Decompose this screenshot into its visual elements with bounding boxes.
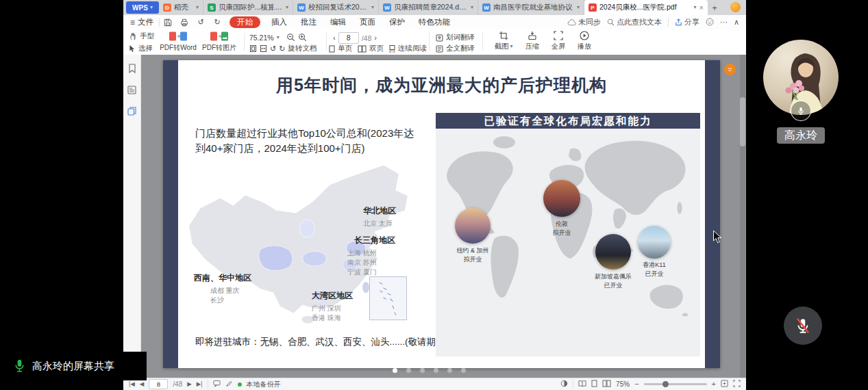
zoom-slider[interactable] [644, 383, 707, 385]
collapse-ribbon-icon[interactable]: ∧ [734, 18, 739, 27]
menu-tab-protect[interactable]: 保护 [382, 15, 412, 29]
fit-width-icon[interactable] [260, 44, 267, 53]
rotate-right-icon[interactable]: ↻ [279, 45, 285, 53]
compress-button[interactable]: 压缩 [521, 31, 544, 51]
zoom-out-icon[interactable] [286, 33, 295, 42]
hamburger-menu-icon[interactable]: ≡ [130, 18, 135, 27]
screen-share-banner: 高永玲的屏幕共享 [0, 352, 147, 380]
next-page-button[interactable]: ▶ [187, 381, 192, 387]
screenshot-button[interactable]: 截图▾ [489, 31, 518, 51]
slide-dot[interactable] [434, 368, 438, 373]
zoom-in-button[interactable]: + [712, 380, 716, 388]
select-tool-button[interactable]: 选择 [129, 44, 154, 53]
double-page-button[interactable]: 双页 [358, 44, 384, 53]
continuous-read-button[interactable]: 连续阅读 [389, 44, 427, 53]
divider [244, 33, 245, 51]
search-icon [607, 18, 615, 26]
slide-dot-indicators [393, 368, 466, 373]
menu-tab-insert[interactable]: 插入 [264, 15, 294, 29]
zoom-out-button[interactable]: − [634, 380, 638, 388]
rotate-doc-label[interactable]: 旋转文档 [288, 44, 317, 53]
photo-hongkong [638, 226, 671, 259]
mute-toggle-button[interactable] [784, 307, 822, 345]
highlight-mode-icon[interactable] [225, 380, 233, 389]
fullscreen-toggle-button[interactable] [733, 380, 741, 389]
tab-word-doc-1[interactable]: W 校招回复话术202304 ▾ [293, 0, 379, 15]
smiley-feedback-icon[interactable] [706, 18, 714, 27]
menu-tab-home[interactable]: 开始 [230, 16, 260, 28]
zoom-value[interactable]: 75.21% [249, 34, 274, 42]
full-translate-button[interactable]: 全文翻译 [436, 44, 475, 53]
account-avatar[interactable] [730, 2, 741, 12]
undo-icon[interactable]: ↺ [195, 18, 206, 27]
page-total-label: /48 [362, 34, 372, 42]
first-page-button[interactable]: |◀ [129, 381, 135, 387]
more-options-icon[interactable]: ⋯ [720, 18, 728, 27]
tab-docer[interactable]: D 稻壳 ▾ [159, 0, 203, 15]
pdf-to-word-button[interactable]: PDF转Word [159, 31, 197, 53]
rotate-left-icon[interactable]: ↺ [270, 45, 276, 53]
single-page-button[interactable]: 单页 [329, 44, 352, 53]
menu-tab-page[interactable]: 页面 [353, 15, 382, 29]
read-mode-icon[interactable] [578, 380, 586, 389]
menu-tab-edit[interactable]: 编辑 [323, 15, 353, 29]
share-button[interactable]: 分享 [675, 17, 699, 27]
hand-tool-button[interactable]: 手型 [129, 31, 154, 41]
fullscreen-button[interactable]: 全屏 [547, 31, 570, 51]
tab-word-doc-3[interactable]: W 南昌医学院就业基地协议 ▾ [478, 0, 584, 15]
single-column-icon[interactable] [591, 380, 597, 389]
find-text-button[interactable]: 点此查找文本 [607, 17, 662, 27]
comment-mode-icon[interactable] [213, 380, 221, 389]
slide-dot[interactable] [420, 368, 425, 373]
thumbnail-panel-icon[interactable] [127, 85, 136, 97]
slide-dot[interactable] [406, 368, 411, 373]
zoom-in-icon[interactable] [298, 33, 307, 42]
status-page-input[interactable]: 8 [149, 379, 168, 389]
pdf-to-image-button[interactable]: PDF转图片 [200, 31, 238, 53]
word-doc-icon: W [383, 3, 391, 12]
previous-page-icon[interactable]: ‹ [333, 34, 336, 42]
fit-page-button[interactable] [721, 380, 728, 389]
scrollbar-thumb[interactable] [740, 97, 745, 146]
next-page-icon[interactable]: › [374, 34, 377, 42]
zoom-slider-knob[interactable] [662, 381, 669, 387]
menu-tab-comment[interactable]: 批注 [294, 15, 323, 29]
sync-status[interactable]: 未同步 [567, 17, 601, 27]
status-zoom-value[interactable]: 75% [616, 380, 630, 388]
global-panel-title: 已验证有全球化布局宏愿和能力 [436, 113, 700, 129]
backup-status-label[interactable]: 本地备份开 [247, 380, 281, 389]
save-icon[interactable] [162, 18, 173, 27]
previous-page-button[interactable]: ◀ [140, 381, 145, 387]
fit-page-icon[interactable] [249, 44, 257, 53]
backup-status-dot [238, 382, 242, 387]
last-page-button[interactable]: ▶| [197, 381, 203, 387]
page-number-input[interactable]: 8 [338, 32, 359, 44]
divider [482, 33, 483, 51]
slide-dot[interactable] [461, 368, 466, 373]
slide-dot[interactable] [447, 368, 452, 373]
microphone-icon [796, 106, 806, 116]
bookmark-panel-icon[interactable] [128, 64, 136, 76]
caret-down-icon: ▾ [371, 5, 374, 10]
tab-active-pdf[interactable]: P 2024贝康校...医学院.pdf ▾ × [584, 0, 708, 15]
play-slideshow-button[interactable]: 播放 [573, 31, 596, 51]
tab-word-doc-2[interactable]: W 贝康招聘简章2024.docx ▾ [379, 0, 478, 15]
new-tab-button[interactable]: + [708, 3, 721, 13]
wps-assistant-bubble[interactable] [724, 64, 736, 75]
wps-main-menu-button[interactable]: WPS ▾ [126, 1, 159, 14]
pdf-canvas-area[interactable]: 用5年时间，成为亚洲最大的产后护理机构 门店数量超过行业其他Top10公司总和(… [141, 55, 746, 378]
pdf-to-word-icon [169, 31, 188, 42]
menu-file[interactable]: 文件 [138, 17, 153, 27]
eye-protect-icon[interactable] [560, 380, 568, 389]
print-icon[interactable] [179, 18, 190, 27]
close-tab-icon[interactable]: × [699, 4, 704, 12]
layers-panel-icon[interactable] [127, 106, 136, 118]
caret-down-icon: ▾ [196, 5, 199, 10]
slide-dot-active[interactable] [393, 368, 397, 373]
upcoming-cities-line: 即将进驻城市：无锡、合肥、武汉、西安、汕头......(敬请期待) [195, 336, 448, 348]
tab-sheet-doc[interactable]: S 贝康国际护...核算参照表 ▾ [203, 0, 293, 15]
menu-tab-features[interactable]: 特色功能 [412, 15, 457, 29]
double-column-icon[interactable] [602, 380, 611, 389]
redo-icon[interactable]: ↻ [212, 18, 223, 27]
word-translate-button[interactable]: 划词翻译 [436, 33, 475, 42]
